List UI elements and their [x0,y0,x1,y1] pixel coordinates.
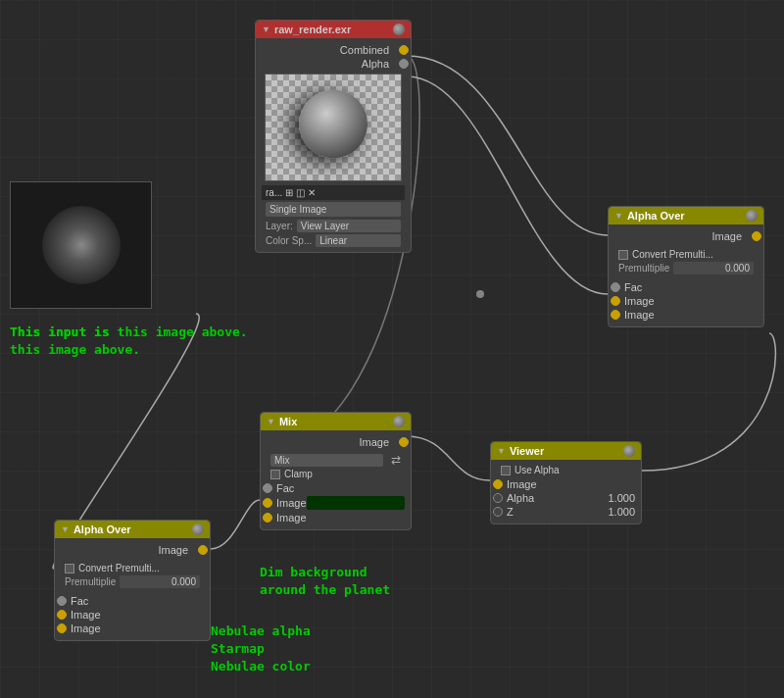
socket-mix-img1[interactable] [263,498,272,508]
viewer-alpha-row: Alpha 1.000 [497,492,635,504]
ao-top-image1-row: Image [614,295,758,307]
aob-premult-row: Premultiplie 0.000 [61,574,204,589]
aob-checkbox-row: Convert Premulti... [61,562,204,574]
mix-image-out-label: Image [359,436,389,448]
alpha-over-bot-arrow: ▼ [61,524,70,534]
mix-clamp-row: Clamp [267,468,405,480]
annotation-nebulae: Nebulae alphaStarmapNebulae color [211,623,311,676]
output-alpha-label: Alpha [362,58,389,70]
socket-viewer-z[interactable] [493,507,503,517]
socket-ao-top-image-out[interactable] [752,231,761,241]
node-viewer-header[interactable]: ▼ Viewer [491,442,641,460]
socket-ao-top-img2[interactable] [611,310,620,320]
ao-top-output-image: Image [614,230,758,242]
color-sp-select[interactable]: Linear [316,234,401,247]
mix-fac-row: Fac [267,482,405,494]
node-alpha-over-bot-header[interactable]: ▼ Alpha Over [55,521,210,538]
aob-img1-label: Image [71,609,101,621]
annotation-dim: Dim backgroundaround the planet [260,564,390,599]
socket-aob-fac[interactable] [57,596,67,606]
mix-fac-label: Fac [276,482,294,494]
mix-img1-label: Image [276,497,307,509]
alpha-over-top-icon [746,210,758,222]
socket-mix-image-out[interactable] [399,437,409,447]
socket-mix-fac[interactable] [263,483,272,493]
planet-preview [299,90,368,159]
output-combined: Combined [262,44,405,56]
layer-select[interactable]: View Layer [297,220,401,232]
socket-aob-img2[interactable] [57,623,67,633]
socket-mix-img2[interactable] [263,513,272,523]
viewer-use-alpha-row: Use Alpha [497,464,635,476]
viewer-use-alpha-checkbox[interactable] [501,466,511,475]
viewer-z-row: Z 1.000 [497,506,635,518]
node-raw-render: ▼ raw_render.exr Combined Alpha ra... ⊞ … [255,20,412,253]
toolbar-icon1[interactable]: ⊞ [285,187,293,198]
mix-dropdown-row[interactable]: Mix ⇄ [267,452,405,468]
mix-mode-select[interactable]: Mix [270,454,383,467]
viewer-image-row: Image [497,478,635,490]
socket-aob-image-out[interactable] [198,545,208,555]
output-alpha: Alpha [262,58,405,70]
ao-top-checkbox-row: Convert Premulti... [614,248,758,261]
alpha-over-bot-icon [192,524,204,535]
blur-circle [42,206,121,284]
mix-color-swatch[interactable] [307,496,405,510]
toolbar-icon3[interactable]: ✕ [308,187,316,198]
mix-arrow: ▼ [267,417,275,426]
mix-img1-row: Image [267,496,405,510]
aob-img1-row: Image [61,609,204,621]
toolbar-icon2[interactable]: ◫ [296,187,305,198]
mix-clamp-label: Clamp [284,469,313,479]
node-alpha-over-top-header[interactable]: ▼ Alpha Over [609,207,763,224]
mix-clamp-checkbox[interactable] [270,470,280,479]
node-raw-header[interactable]: ▼ raw_render.exr [256,21,411,38]
aob-premult-value[interactable]: 0.000 [120,575,200,588]
ao-top-img2-label: Image [624,309,655,321]
alpha-over-top-title: Alpha Over [627,210,685,222]
mix-img2-row: Image [267,512,405,524]
ao-top-premult-label: Premultiplie [618,263,669,274]
alpha-over-top-body: Image Convert Premulti... Premultiplie 0… [609,224,763,326]
color-space-row: Color Sp... Linear [262,233,405,248]
aob-img2-label: Image [71,623,101,634]
viewer-icon [623,445,635,457]
toolbar-name: ra... [266,187,282,198]
socket-combined-out[interactable] [399,45,409,55]
mix-title: Mix [279,416,297,427]
socket-viewer-alpha[interactable] [493,493,503,503]
output-combined-label: Combined [340,44,389,56]
aob-image-out-label: Image [158,544,188,556]
aob-img2-row: Image [61,623,204,634]
svg-point-0 [476,290,484,298]
socket-alpha-out[interactable] [399,59,409,69]
ao-top-premult-value[interactable]: 0.000 [673,262,754,274]
single-image-select[interactable]: Single Image [266,202,401,217]
mix-output-image: Image [267,436,405,448]
node-raw-body: Combined Alpha ra... ⊞ ◫ ✕ Single Image … [256,38,411,252]
color-sp-label: Color Sp... [266,235,312,246]
single-image-row[interactable]: Single Image [266,202,401,217]
ao-top-checkbox[interactable] [618,250,628,260]
socket-viewer-image[interactable] [493,479,503,489]
mix-swap-icon[interactable]: ⇄ [391,453,401,467]
aob-checkbox[interactable] [65,564,74,573]
aob-output-image: Image [61,544,204,556]
node-mix: ▼ Mix Image Mix ⇄ Clamp Fac Image Image [260,412,412,530]
alpha-over-bot-title: Alpha Over [74,524,131,535]
preview-toolbar[interactable]: ra... ⊞ ◫ ✕ [262,185,405,200]
viewer-arrow: ▼ [497,446,506,456]
mix-icon [393,416,405,427]
mix-body: Image Mix ⇄ Clamp Fac Image Image [261,430,411,529]
socket-ao-top-img1[interactable] [611,296,620,306]
ao-top-premult-row: Premultiplie 0.000 [614,261,758,275]
node-alpha-over-top: ▼ Alpha Over Image Convert Premulti... P… [608,206,764,327]
annotation-input: This input isthis image above. [10,324,140,359]
socket-aob-img1[interactable] [57,610,67,620]
node-viewer: ▼ Viewer Use Alpha Image Alpha 1.000 Z 1… [490,441,642,524]
alpha-over-top-arrow: ▼ [614,211,623,221]
socket-ao-top-fac[interactable] [611,282,620,292]
node-mix-header[interactable]: ▼ Mix [261,413,411,430]
viewer-title: Viewer [510,445,544,457]
aob-checkbox-label: Convert Premulti... [78,563,160,573]
